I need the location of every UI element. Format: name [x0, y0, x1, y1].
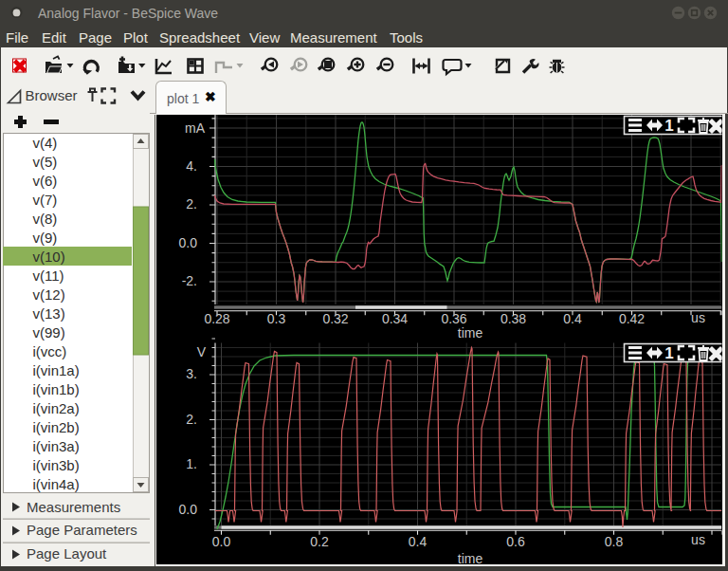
- svg-text:1: 1: [664, 344, 673, 362]
- svg-text:mA: mA: [185, 120, 206, 136]
- svg-text:0.0: 0.0: [212, 534, 231, 549]
- svg-text:0.38: 0.38: [500, 311, 526, 326]
- svg-text:time: time: [458, 325, 483, 341]
- svg-text:2.: 2.: [186, 196, 197, 212]
- svg-text:0.36: 0.36: [441, 311, 466, 326]
- svg-text:-2.: -2.: [182, 273, 197, 288]
- svg-text:0.2: 0.2: [310, 534, 329, 549]
- svg-text:0.4: 0.4: [563, 311, 582, 326]
- svg-text:4.: 4.: [186, 158, 197, 174]
- svg-text:0.0: 0.0: [179, 235, 198, 250]
- svg-text:0.4: 0.4: [409, 534, 428, 549]
- svg-text:0.32: 0.32: [322, 311, 348, 326]
- svg-text:0.6: 0.6: [506, 534, 525, 549]
- svg-text:us: us: [691, 310, 705, 325]
- svg-text:us: us: [691, 532, 705, 547]
- svg-text:0.28: 0.28: [204, 311, 229, 326]
- svg-text:V: V: [197, 344, 207, 359]
- svg-text:0.3: 0.3: [267, 311, 286, 326]
- svg-text:0.0: 0.0: [179, 502, 198, 517]
- svg-text:2.: 2.: [186, 412, 197, 427]
- svg-text:0.34: 0.34: [382, 311, 408, 326]
- svg-text:1: 1: [664, 117, 673, 135]
- svg-text:1.: 1.: [186, 456, 197, 471]
- svg-text:0.42: 0.42: [619, 311, 645, 326]
- svg-text:time: time: [458, 551, 483, 566]
- svg-text:3.: 3.: [186, 366, 197, 381]
- svg-text:0.8: 0.8: [605, 534, 624, 549]
